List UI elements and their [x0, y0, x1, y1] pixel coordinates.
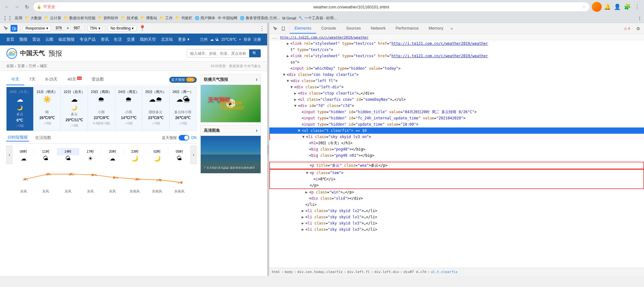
apps-icon[interactable]: ⋮⋮ [2, 15, 12, 21]
search-button[interactable]: 🔍 [249, 49, 261, 57]
link-href-1[interactable]: http://i.tq121.com.cn/c/weather2019/weat… [391, 41, 488, 46]
nav-products[interactable]: 专业产品 [80, 37, 96, 42]
tri-ptem[interactable]: ▼ [306, 170, 310, 176]
dt-settings-btn[interactable]: ⚙ [633, 24, 644, 34]
tri-pwin[interactable]: ▶ [305, 189, 309, 195]
dt-tab-memory[interactable]: Memory [424, 23, 448, 34]
nav-radar[interactable]: 雷达 [32, 37, 40, 42]
tab-today[interactable]: 今天 [6, 74, 24, 85]
extensions-icon[interactable]: 🧩 [623, 2, 632, 11]
prev-arrow[interactable]: ‹ [6, 146, 12, 164]
devtools-picker[interactable] [272, 25, 279, 32]
bc-lanzhou[interactable]: 兰州 [29, 63, 36, 69]
gallery-next-btn[interactable]: › [256, 127, 258, 134]
tri-li3[interactable]: ▶ [302, 214, 305, 220]
forward-button[interactable]: → [12, 2, 21, 11]
blue-sky-toggle[interactable]: 蓝天预报 ON [169, 77, 197, 83]
bc-html[interactable]: html [272, 270, 280, 274]
tri-8[interactable]: ▼ [290, 84, 294, 90]
bookmark-bookmarks[interactable]: 📁 书签栏 [175, 16, 192, 21]
link-href-2[interactable]: http://i.tq121.com.cn/c/weather2019/weat… [391, 54, 488, 58]
dt-tab-performance[interactable]: Performance [391, 23, 423, 34]
bc-div-left[interactable]: div.left.fl [347, 270, 370, 274]
tab-7day[interactable]: 7天 [24, 74, 40, 85]
tab-radar[interactable]: 雷达图 [87, 74, 109, 85]
tri-li5[interactable]: ▶ [302, 227, 305, 232]
nav-beijing[interactable]: 北京站 [161, 37, 173, 42]
menu-icon[interactable]: ⋮ [633, 2, 642, 11]
nav-life[interactable]: 生活 [114, 37, 122, 42]
responsive-dropdown[interactable]: Responsive ▾ [23, 25, 51, 31]
nav-traffic[interactable]: 交通 [127, 37, 135, 42]
nav-mysky[interactable]: 我的天空 [140, 37, 156, 42]
device-toggle-icon[interactable] [11, 25, 17, 32]
dt-alerts[interactable]: ⚠ 4 [621, 25, 633, 32]
nav-forecast[interactable]: 预报 [19, 37, 27, 42]
dt-tab-console[interactable]: Console [316, 23, 341, 34]
video-thumb[interactable]: ▶ 天气预报 WEATHER FORECAST [201, 85, 261, 122]
url-link[interactable]: http://i.tq121.com.cn/c/weather2019/weat… [280, 35, 369, 39]
bc-chengqu[interactable]: 城区 [40, 63, 47, 69]
gallery-image[interactable]: 广东天颐好港鸟鼹鼹 摄影师抓拍捕鱼瞬间 [201, 136, 261, 173]
bookmark-cloud[interactable]: 📁 云计算 [44, 16, 61, 21]
next-arrow[interactable]: › [190, 146, 197, 164]
width-value[interactable]: 976 [53, 26, 64, 30]
bc-div-con[interactable]: div.con.today.clearfix [297, 270, 343, 274]
bookmark-toolbox[interactable]: 🔧 一个工具箱 - 好用... [299, 16, 337, 21]
nav-news[interactable]: 资讯 [101, 37, 109, 42]
bookmark-datamining[interactable]: 📁 数据分析与挖掘 [64, 16, 95, 21]
toggle-switch[interactable] [179, 135, 189, 141]
tri-li2[interactable]: ▶ [302, 208, 305, 214]
tri-7[interactable]: ▼ [287, 78, 290, 84]
element-picker-icon[interactable] [2, 25, 9, 32]
search-input[interactable] [187, 50, 249, 57]
sub-tab-life[interactable]: 生活指数 [34, 134, 53, 141]
dt-tab-network[interactable]: Network [366, 23, 391, 34]
dt-tab-sources[interactable]: Sources [341, 23, 366, 34]
nav-cloud[interactable]: 云图 [45, 37, 53, 42]
login-btn[interactable]: 登录 [244, 37, 251, 42]
notification-icon[interactable]: 🔔 [603, 2, 612, 11]
tri-9[interactable]: ▶ [294, 90, 298, 96]
bookmark-apps[interactable]: 应用 [15, 16, 22, 21]
throttle-dropdown[interactable]: No throttling ▾ [108, 25, 137, 31]
tri-li4[interactable]: ▶ [302, 220, 305, 226]
bookmark-script[interactable]: 🌐 用户脚本 [195, 16, 215, 21]
tri-11[interactable]: ▼ [294, 103, 298, 109]
video-next-btn[interactable]: › [256, 76, 258, 83]
tri-li[interactable]: ▼ [302, 134, 306, 140]
more-options[interactable]: ⋮ [259, 25, 265, 32]
tab-8-15[interactable]: 8-15天 [40, 74, 62, 85]
bookmark-gmail[interactable]: M Gmail [282, 16, 296, 21]
devtools-mobile[interactable] [280, 25, 287, 32]
bc-quanguo[interactable]: 全国 [6, 63, 14, 69]
city-name[interactable]: 兰州 [200, 37, 208, 42]
bc-ul-t[interactable]: ul.t.clearfix [431, 270, 458, 274]
sensor-icon[interactable]: 📍 [139, 25, 146, 32]
tab-40day[interactable]: 40天 hot [62, 74, 87, 85]
bookmark-work[interactable]: 📁 工作 [160, 16, 173, 21]
plus-btn[interactable]: + [239, 37, 241, 42]
back-button[interactable]: ← [2, 2, 11, 11]
nav-more[interactable]: 更多 ▾ [178, 37, 190, 42]
bookmark-bigdata[interactable]: 📁 大数据 [25, 16, 42, 21]
profile-icon-2[interactable]: 👤 [613, 2, 622, 11]
bookmark-tech[interactable]: 📁 技术栈 [121, 16, 138, 21]
height-value[interactable]: 987 [71, 26, 82, 30]
register-btn[interactable]: 注册 [253, 37, 261, 42]
zoom-dropdown[interactable]: 75% ▾ [88, 25, 103, 31]
tri-10[interactable]: ▶ [294, 97, 298, 102]
bookmarks-more[interactable]: ⋮ [638, 16, 642, 21]
dt-tab-elements[interactable]: Elements [290, 23, 316, 34]
sub-tab-hourly[interactable]: 分时段预报 [6, 134, 29, 141]
bookmark-star[interactable]: ☆ [582, 5, 586, 9]
tri-sel[interactable]: ▼ [298, 128, 302, 133]
code-line-selected[interactable]: ▼ <ul class="t clearfix"> == $0 [269, 127, 644, 134]
nav-nearforecast[interactable]: 临近预报 [58, 37, 75, 42]
nav-home[interactable]: 首页 [6, 37, 14, 42]
bc-gansu[interactable]: 甘肃 [17, 63, 25, 69]
bookmark-jw[interactable]: 🌐 教务管理系统-兰州... [240, 16, 280, 21]
bc-body[interactable]: body [285, 270, 293, 274]
bookmark-blog[interactable]: 📁 博客站 [140, 16, 157, 21]
dt-tab-more[interactable]: » [448, 24, 455, 33]
